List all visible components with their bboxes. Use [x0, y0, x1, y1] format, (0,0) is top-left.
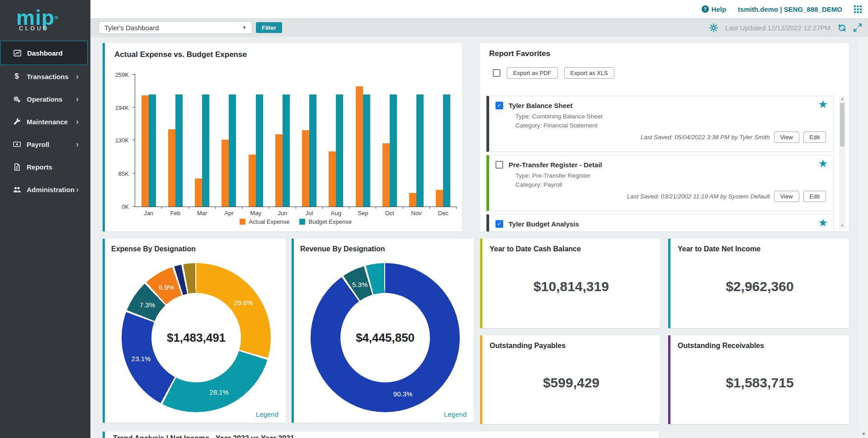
- favorite-star-icon[interactable]: ★: [818, 99, 828, 110]
- registered-mark: ®: [55, 15, 59, 20]
- refresh-icon[interactable]: [838, 24, 846, 32]
- actual-expense-bar: [142, 95, 149, 207]
- page-scrollbar[interactable]: ▼: [859, 37, 868, 438]
- revenue-legend-link[interactable]: Legend: [444, 410, 467, 418]
- outstanding-receivables-card: Outstanding Receivables $1,583,715: [668, 335, 849, 424]
- user-org-label[interactable]: tsmith.demo | SENG_888_DEMO: [738, 5, 842, 13]
- report-category: Category: Financial Statement: [495, 122, 827, 129]
- filter-button[interactable]: Filter: [256, 22, 282, 33]
- sidebar-item-operations[interactable]: Operations›: [0, 88, 90, 110]
- expand-icon[interactable]: [854, 24, 862, 32]
- revenue-by-designation-card: Revenue By Designation $4,445,850 90.3%5…: [292, 239, 474, 423]
- bar-group-jun: [269, 75, 296, 207]
- help-icon: ?: [702, 5, 709, 13]
- export-xls-button[interactable]: Export as XLS: [564, 67, 614, 79]
- help-link[interactable]: ? Help: [702, 5, 726, 13]
- topbar: ? Help tsmith.demo | SENG_888_DEMO: [90, 0, 868, 18]
- report-list-item: Pre-Transfer Register - Detail ★ Type: P…: [486, 155, 834, 211]
- actual-expense-bar: [168, 129, 175, 207]
- actual-expense-bar: [302, 130, 309, 207]
- sidebar-item-label: Transactions: [27, 73, 69, 80]
- export-pdf-button[interactable]: Export as PDF: [507, 67, 558, 79]
- scroll-up-icon[interactable]: ▲: [839, 97, 845, 101]
- mip-cloud-logo: mip® CLOUD: [0, 0, 90, 36]
- expense-donut-chart: $1,483,491 29.6%28.1%23.1%7.3%6.9%: [122, 263, 271, 412]
- bar-group-dec: [430, 75, 457, 207]
- actual-expense-bar: [329, 151, 336, 207]
- report-list-item: Tyler Balance Sheet ★ Type: Combining Ba…: [486, 96, 834, 152]
- budget-expense-bar: [202, 94, 209, 207]
- budget-expense-bar: [363, 94, 370, 207]
- report-checkbox[interactable]: [495, 220, 503, 228]
- budget-expense-bar: [175, 94, 183, 207]
- expense-by-designation-card: Expense By Designation $1,483,491 29.6%2…: [103, 239, 286, 423]
- bar-chart-bars: [135, 75, 457, 207]
- x-tick-label: Jul: [296, 210, 323, 217]
- x-tick-label: Oct: [376, 210, 403, 217]
- actual-expense-bar: [249, 155, 256, 207]
- people-icon: [13, 185, 21, 193]
- report-type: Type: Pre-Transfer Register: [495, 172, 827, 179]
- money-icon: [13, 140, 21, 148]
- x-tick-label: Apr: [216, 210, 242, 217]
- budget-expense-bar: [443, 94, 450, 207]
- select-all-checkbox[interactable]: [493, 69, 500, 77]
- report-title: Pre-Transfer Register - Detail: [509, 161, 602, 169]
- expense-legend-link[interactable]: Legend: [256, 410, 278, 418]
- sidebar-item-payroll[interactable]: Payroll›: [0, 133, 90, 155]
- bar-group-jul: [296, 75, 323, 207]
- sidebar-item-label: Reports: [27, 163, 52, 171]
- edit-button[interactable]: Edit: [803, 132, 826, 143]
- chevron-down-icon: ▼: [242, 25, 246, 30]
- budget-expense-bar: [283, 94, 290, 207]
- sidebar-item-label: Operations: [27, 95, 62, 103]
- bar-group-feb: [162, 75, 189, 207]
- kpi-value: $2,962,360: [670, 245, 849, 328]
- view-button[interactable]: View: [774, 132, 799, 143]
- trend-analysis-title: Trend Analysis | Net Income - Year 2022 …: [105, 432, 659, 438]
- sidebar-item-transactions[interactable]: $Transactions›: [0, 65, 90, 88]
- y-tick-label: 194K: [109, 104, 129, 111]
- view-button[interactable]: View: [774, 191, 799, 202]
- chart-line-icon: [13, 49, 21, 57]
- report-list-item: Tyler Budget Analysis ★: [486, 214, 834, 231]
- actual-expense-bar: [436, 190, 443, 207]
- sidebar-item-reports[interactable]: Reports: [0, 155, 90, 178]
- trend-analysis-card: Trend Analysis | Net Income - Year 2022 …: [103, 432, 659, 438]
- report-title: Tyler Budget Analysis: [509, 220, 579, 228]
- sidebar-item-dashboard[interactable]: Dashboard: [0, 41, 88, 65]
- budget-expense-bar: [309, 94, 316, 207]
- slice-percent-label: 29.6%: [234, 299, 253, 306]
- x-tick-label: Mar: [189, 210, 216, 217]
- bar-chart-card: Actual Expense vs. Budget Expense 0K65K1…: [103, 43, 462, 231]
- sidebar-item-administration[interactable]: Administration›: [0, 178, 90, 201]
- favorite-star-icon[interactable]: ★: [818, 158, 828, 169]
- y-tick-label: 259K: [109, 71, 129, 78]
- favorite-star-icon[interactable]: ★: [818, 217, 828, 228]
- expense-donut-hole: $1,483,491: [151, 293, 241, 382]
- edit-button[interactable]: Edit: [803, 191, 826, 202]
- scrollbar-thumb[interactable]: [840, 103, 844, 146]
- report-list-scrollbar[interactable]: ▲ ▼: [839, 96, 845, 229]
- gear-icon[interactable]: [709, 24, 718, 32]
- legend-item: Budget Expense: [299, 218, 351, 225]
- legend-swatch: [299, 219, 305, 225]
- main-content: Actual Expense vs. Budget Expense 0K65K1…: [90, 37, 868, 438]
- actual-expense-bar: [356, 86, 363, 207]
- sidebar: mip® CLOUD Dashboard$Transactions›Operat…: [0, 0, 90, 438]
- app-grid-icon[interactable]: [854, 5, 862, 13]
- chevron-right-icon: ›: [76, 72, 79, 80]
- sidebar-item-maintenance[interactable]: Maintenance›: [0, 110, 90, 133]
- report-checkbox[interactable]: [495, 102, 503, 109]
- dashboard-select[interactable]: Tyler's Dashboard ▼: [99, 21, 252, 34]
- budget-expense-bar: [149, 94, 156, 207]
- report-favorites-export-row: Export as PDF Export as XLS: [493, 67, 614, 79]
- kpi-value: $1,583,715: [670, 342, 849, 424]
- report-checkbox[interactable]: [495, 161, 503, 169]
- revenue-total: $4,445,850: [356, 331, 415, 345]
- bar-group-aug: [323, 75, 349, 207]
- bar-group-may: [242, 75, 269, 207]
- sidebar-menu: Dashboard$Transactions›Operations›Mainte…: [0, 41, 90, 201]
- scroll-down-icon[interactable]: ▼: [839, 224, 845, 228]
- scroll-down-icon[interactable]: ▼: [859, 432, 868, 436]
